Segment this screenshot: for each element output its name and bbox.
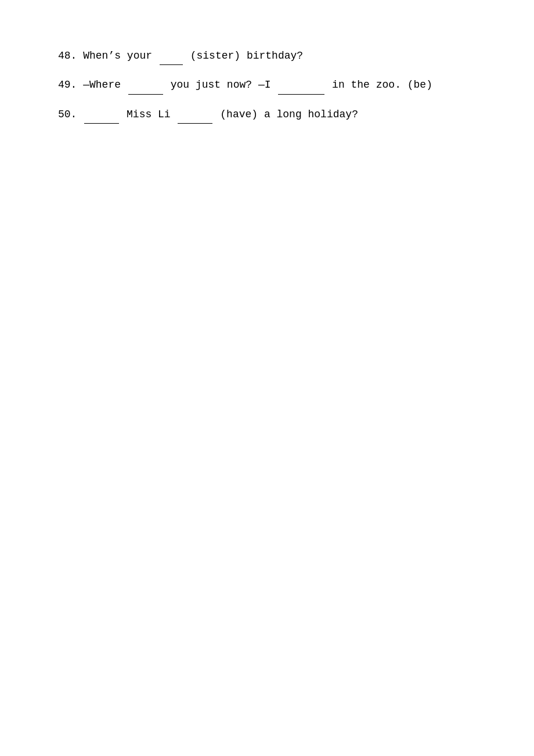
question-48-text-before: When’s your — [83, 50, 152, 62]
question-48-text-after: birthday? — [247, 50, 303, 62]
question-48-blank — [160, 64, 183, 65]
question-49-blank1 — [128, 94, 163, 95]
question-50-blank2 — [178, 123, 212, 124]
question-49-line1-before: —Where — [83, 79, 121, 91]
question-50-blank1 — [84, 123, 119, 124]
question-50: 50. Miss Li (have) a long holiday? — [58, 105, 476, 124]
question-49-line1-mid: you just now? —I — [171, 79, 271, 91]
question-49-line1-after: in the zoo. — [332, 79, 401, 91]
question-49-blank2 — [278, 94, 324, 95]
question-50-text-after: a long holiday? — [264, 109, 358, 120]
question-number-49: 49. — [58, 75, 77, 94]
question-49-hint: (be) — [407, 79, 432, 91]
question-number-50: 50. — [58, 105, 77, 124]
question-50-text-mid: Miss Li — [127, 109, 171, 120]
question-48: 48. When’s your (sister) birthday? — [58, 46, 476, 65]
question-49: 49. —Where you just now? —I in the zoo. … — [58, 75, 476, 94]
question-48-hint: (sister) — [190, 50, 240, 62]
question-50-hint: (have) — [220, 109, 258, 120]
question-number-48: 48. — [58, 46, 77, 65]
